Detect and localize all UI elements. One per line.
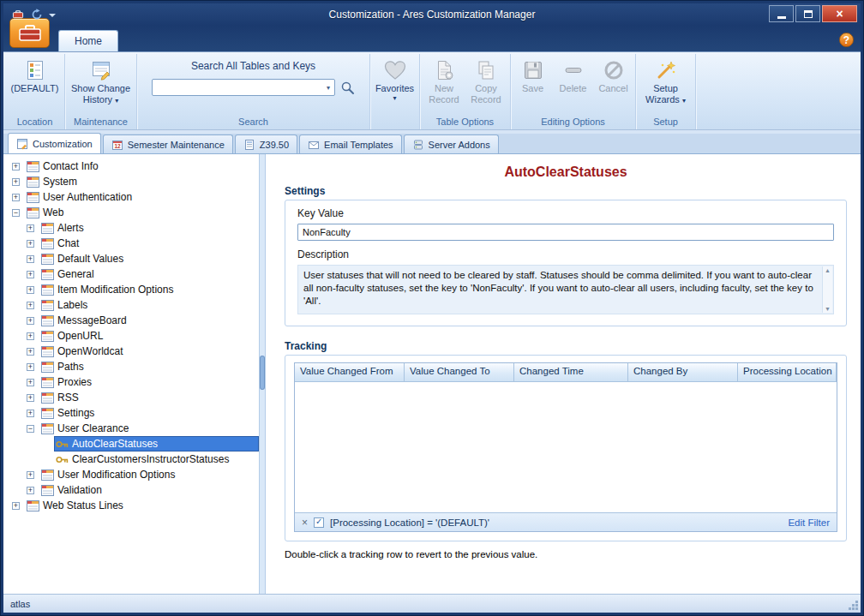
tree-expand-icon[interactable]: + [27, 271, 34, 278]
cancel-button[interactable]: Cancel [593, 55, 633, 113]
tree-item[interactable]: +Chat [3, 236, 259, 251]
tree-expand-icon[interactable]: + [12, 194, 20, 201]
application-menu-button[interactable] [9, 18, 50, 48]
search-icon[interactable] [340, 81, 355, 95]
maximize-button[interactable] [795, 5, 820, 22]
tree-expand-icon[interactable]: + [27, 471, 34, 479]
minimize-button[interactable] [769, 5, 794, 22]
tree-item[interactable]: ClearCustomersInstructorStatuses [3, 452, 259, 467]
search-input[interactable] [153, 81, 322, 94]
ribbon-tab-home[interactable]: Home [58, 30, 118, 51]
tracking-column-header[interactable]: Value Changed To [405, 363, 514, 382]
tree-item[interactable]: +Paths [3, 359, 259, 374]
tree-item[interactable]: +Default Values [3, 251, 259, 266]
tree-collapse-icon[interactable]: − [27, 425, 34, 433]
splitter[interactable] [259, 154, 266, 594]
tracking-column-header[interactable]: Value Changed From [295, 363, 405, 382]
new-record-label: New Record [429, 83, 459, 105]
tree-expand-icon[interactable]: + [27, 286, 34, 294]
page-title: AutoClearStatuses [285, 164, 847, 180]
description-scrollbar[interactable]: ▲ ▼ [822, 266, 832, 313]
tree-expand-icon[interactable]: + [12, 178, 20, 186]
tree-expand-icon[interactable]: + [27, 332, 34, 340]
tracking-column-header[interactable]: Processing Location [738, 363, 837, 382]
scroll-down-icon[interactable]: ▼ [825, 305, 831, 313]
tree-expand-icon[interactable]: + [27, 240, 34, 248]
tree-item[interactable]: +User Authentication [3, 189, 259, 205]
filter-checkbox[interactable] [314, 517, 324, 528]
key-value-input[interactable] [297, 224, 834, 241]
edit-filter-link[interactable]: Edit Filter [788, 517, 830, 528]
tree-expand-icon[interactable]: + [27, 224, 34, 232]
tree-expand-icon[interactable]: + [27, 410, 34, 417]
splitter-handle[interactable] [261, 356, 264, 389]
tree-item[interactable]: AutoClearStatuses [3, 436, 259, 452]
tree-expand-icon[interactable]: + [27, 394, 34, 402]
new-record-icon [433, 57, 455, 83]
delete-icon [562, 57, 585, 83]
settings-group: Key Value Description User statuses that… [285, 200, 847, 326]
tree-expand-icon[interactable]: + [27, 348, 34, 356]
refresh-icon[interactable] [30, 9, 43, 21]
table-icon [27, 207, 39, 218]
tree-expand-icon[interactable]: + [27, 255, 34, 263]
location-default-label: (DEFAULT) [10, 83, 58, 93]
tree-item[interactable]: −Web [3, 205, 259, 220]
tree-item[interactable]: +Contact Info [3, 158, 259, 174]
doc-tab-z39-50[interactable]: Z39.50 [235, 135, 297, 153]
tree-expand-icon[interactable]: + [27, 379, 34, 386]
tree-item[interactable]: +Alerts [3, 220, 259, 236]
tree-item[interactable]: +User Modification Options [3, 467, 259, 482]
tracking-grid-body[interactable] [295, 382, 837, 512]
tree-expand-icon[interactable]: + [12, 502, 20, 510]
tree-item[interactable]: +OpenURL [3, 328, 259, 344]
search-dropdown-icon[interactable]: ▾ [322, 84, 334, 92]
favorites-button[interactable]: Favorites ▾ [372, 55, 417, 113]
tree-item[interactable]: +System [3, 174, 259, 189]
tree-item-label: OpenURL [57, 330, 103, 342]
tracking-column-header[interactable]: Changed Time [514, 363, 628, 382]
qat-dropdown-icon[interactable] [49, 14, 56, 17]
search-combo[interactable]: ▾ [152, 79, 335, 96]
remove-filter-icon[interactable]: × [302, 517, 308, 528]
tree-expand-icon[interactable]: + [27, 363, 34, 371]
help-button[interactable]: ? [839, 33, 854, 47]
save-button[interactable]: Save [513, 55, 553, 113]
tree-item[interactable]: +RSS [3, 390, 259, 405]
tree-item[interactable]: +Settings [3, 405, 259, 421]
doc-tab-semester-maintenance[interactable]: 12Semester Maintenance [103, 135, 233, 153]
doc-tab-customization[interactable]: Customization [8, 133, 101, 153]
tree-item[interactable]: +Item Modification Options [3, 282, 259, 297]
tree-collapse-icon[interactable]: − [12, 209, 20, 217]
setup-wizards-button[interactable]: Setup Wizards ▾ [639, 55, 693, 113]
show-change-history-label: Show Change History [71, 83, 130, 105]
copy-record-button[interactable]: Copy Record [465, 55, 507, 113]
doc-tab-email-templates[interactable]: Email Templates [299, 135, 402, 153]
tree-item[interactable]: +Labels [3, 297, 259, 313]
tree-expand-icon[interactable]: + [12, 163, 20, 170]
close-button[interactable]: × [822, 5, 857, 22]
tree-expand-icon[interactable]: + [27, 317, 34, 325]
tree-expand-icon[interactable]: + [27, 487, 34, 494]
delete-button[interactable]: Delete [553, 55, 593, 113]
description-field[interactable]: User statuses that will not need to be c… [297, 265, 834, 314]
scroll-up-icon[interactable]: ▲ [825, 266, 831, 274]
tree-item[interactable]: +OpenWorldcat [3, 344, 259, 359]
app-toolbox-icon[interactable] [11, 9, 24, 21]
tree-expand-icon[interactable]: + [27, 302, 34, 309]
doc-tab-server-addons[interactable]: Server Addons [404, 135, 499, 153]
resize-grip-icon[interactable] [855, 607, 858, 610]
tree-item[interactable]: +MessageBoard [3, 313, 259, 328]
tree-item[interactable]: +Validation [3, 482, 259, 498]
new-record-button[interactable]: New Record [423, 55, 465, 113]
tree-item[interactable]: +General [3, 266, 259, 282]
tracking-column-header[interactable]: Changed By [628, 363, 738, 382]
tree-item[interactable]: +Web Status Lines [3, 498, 259, 513]
show-change-history-button[interactable]: Show Change History ▾ [69, 55, 134, 113]
heart-icon [383, 57, 407, 83]
table-icon [41, 315, 54, 326]
tree-item[interactable]: +Proxies [3, 374, 259, 390]
settings-group-label: Settings [285, 185, 847, 197]
location-default-button[interactable]: (DEFAULT) [9, 55, 62, 113]
tree-item[interactable]: −User Clearance [3, 421, 259, 436]
